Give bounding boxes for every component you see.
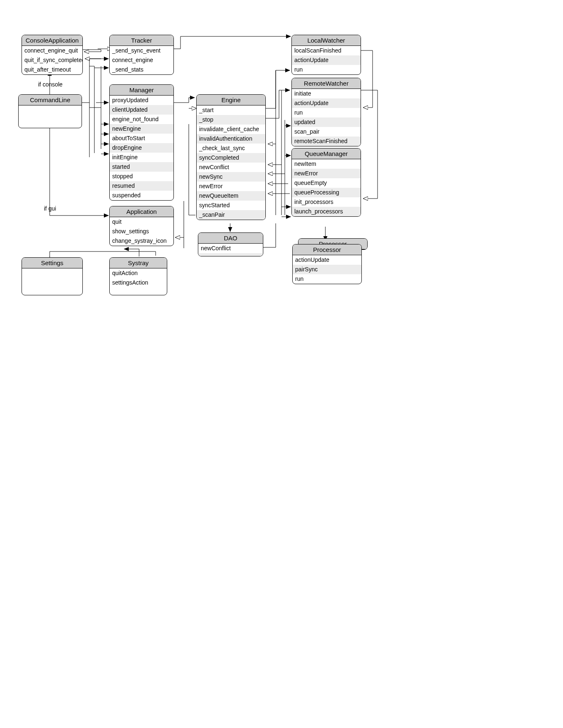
row: queueEmpty [292,178,361,188]
row: newConflict [197,163,265,172]
box-title: LocalWatcher [292,35,361,46]
row: clientUpdated [110,105,173,115]
row: initEngine [110,153,173,162]
box-title: ConsoleApplication [22,35,82,46]
row: connect_engine [110,55,173,65]
box-application: Application quit show_settings change_sy… [109,206,174,246]
box-systray: Systray quitAction settingsAction [109,257,167,295]
row: queueProcessing [292,188,361,197]
box-remotewatcher: RemoteWatcher initiate actionUpdate run … [291,78,361,146]
box-console-application: ConsoleApplication connect_engine_quit q… [22,35,83,75]
row: invalidAuthentication [197,134,265,144]
box-commandline: CommandLine [18,94,82,128]
box-settings: Settings [22,257,83,295]
row: _send_sync_event [110,46,173,55]
row: _scanPair [197,210,265,220]
box-title: RemoteWatcher [292,78,361,89]
box-title: Tracker [110,35,173,46]
box-title: Application [110,206,173,217]
row: initiate [292,89,361,98]
row: connect_engine_quit [22,46,82,55]
row: settingsAction [110,278,167,287]
box-title: Settings [22,258,82,268]
box-tracker: Tracker _send_sync_event connect_engine … [109,35,174,75]
box-title: Manager [110,85,173,96]
row: localScanFinished [292,46,361,55]
row: actionUpdate [292,55,361,65]
row: quit_if_sync_completed [22,55,82,65]
box-queuemanager: QueueManager newItem newError queueEmpty… [291,148,361,217]
row: newError [197,182,265,191]
row: change_systray_icon [110,236,173,246]
box-title: QueueManager [292,148,361,159]
row: quit [110,217,173,227]
box-title: Engine [197,95,265,105]
row: newSync [197,172,265,182]
row: _check_last_sync [197,144,265,153]
row: run [292,65,361,74]
box-title: Systray [110,258,167,268]
row: show_settings [110,227,173,236]
box-processor: Processor actionUpdate pairSync run [292,244,362,284]
row: pairSync [293,265,361,274]
row: actionUpdate [293,255,361,265]
row: _send_stats [110,65,173,74]
row: newEngine [110,124,173,134]
row: updated [292,117,361,127]
row: quit_after_timeout [22,65,82,74]
box-dao: DAO newConflict [198,232,263,256]
row: dropEngine [110,143,173,153]
row: aboutToStart [110,134,173,143]
label-if-console: if console [38,81,63,88]
box-localwatcher: LocalWatcher localScanFinished actionUpd… [291,35,361,75]
row: syncCompleted [197,153,265,163]
row: newQueueItem [197,191,265,201]
row: engine_not_found [110,115,173,124]
row: actionUpdate [292,98,361,108]
row: launch_processors [292,207,361,216]
diagram-canvas: ConsoleApplication connect_engine_quit q… [0,0,563,728]
box-title: CommandLine [19,95,82,105]
row: newConflict [198,244,263,253]
row: scan_pair [292,127,361,136]
row: _start [197,105,265,115]
row: stopped [110,172,173,181]
row: invalidate_client_cache [197,125,265,134]
row: newItem [292,159,361,169]
row: started [110,162,173,172]
row: suspended [110,191,173,200]
row: syncStarted [197,201,265,210]
row: newError [292,169,361,178]
box-engine: Engine _start _stop invalidate_client_ca… [196,94,266,220]
row: remoteScanFinished [292,136,361,146]
row: proxyUpdated [110,96,173,105]
row: run [292,108,361,117]
box-title: DAO [198,233,263,244]
label-if-gui: if gui [44,205,56,212]
box-manager: Manager proxyUpdated clientUpdated engin… [109,84,174,201]
row: run [293,274,361,284]
row: quitAction [110,268,167,278]
row: resumed [110,181,173,191]
connectors [0,0,563,728]
row: _stop [197,115,265,125]
box-title: Processor [293,244,361,255]
row [198,253,263,256]
row: init_processors [292,197,361,207]
